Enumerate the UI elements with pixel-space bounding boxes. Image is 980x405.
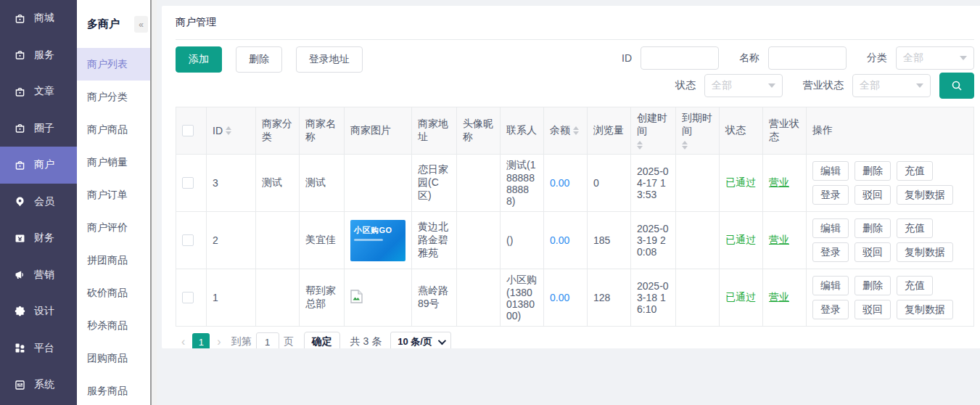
sidebar-item-marketing[interactable]: 营销 [0, 257, 77, 294]
sidebar-item-platform[interactable]: 平台 [0, 330, 77, 367]
menu-item-group-purchase-goods[interactable]: 团购商品 [77, 342, 150, 375]
sidebar-collapse-button[interactable]: « [134, 16, 148, 33]
add-button[interactable]: 添加 [176, 46, 222, 73]
recharge-button[interactable]: 充值 [897, 218, 933, 238]
sidebar-item-label: 财务 [34, 232, 54, 245]
sidebar-item-finance[interactable]: 财务 [0, 220, 77, 257]
sidebar-item-label: 会员 [34, 195, 54, 208]
merchant-banner-image: 小区购GO [350, 220, 405, 261]
prev-page-button[interactable]: ‹ [176, 335, 191, 348]
column-header-expires: 到期时间 [682, 112, 713, 138]
sidebar-item-system[interactable]: 系统 [0, 367, 77, 404]
page-number-button[interactable]: 1 [192, 333, 210, 348]
menu-item-flash-sale-goods[interactable]: 秒杀商品 [77, 309, 150, 342]
sidebar-item-article[interactable]: 文章 [0, 73, 77, 110]
copy-data-button[interactable]: 复制数据 [897, 242, 953, 262]
sidebar-item-service[interactable]: 服务 [0, 37, 77, 74]
login-address-button[interactable]: 登录地址 [296, 46, 363, 73]
sidebar-item-label: 商城 [34, 12, 54, 25]
login-button[interactable]: 登录 [812, 242, 849, 262]
login-button[interactable]: 登录 [812, 300, 849, 319]
chevron-down-icon [438, 337, 446, 345]
business-status-link[interactable]: 营业 [769, 176, 789, 188]
menu-item-merchant-orders[interactable]: 商户订单 [77, 179, 150, 211]
menu-item-label: 商户列表 [87, 58, 128, 71]
filter-business-status-select[interactable]: 全部 [852, 74, 931, 97]
row-checkbox[interactable] [182, 234, 194, 246]
search-icon [951, 80, 963, 91]
sort-created-control[interactable] [637, 141, 643, 150]
sidebar-item-label: 平台 [34, 342, 54, 355]
cell-expires [676, 155, 720, 212]
filter-category-label: 分类 [867, 52, 887, 65]
menu-item-merchant-reviews[interactable]: 商户评价 [77, 211, 150, 244]
business-status-link[interactable]: 营业 [769, 234, 789, 245]
page-size-select[interactable]: 10 条/页 [390, 332, 451, 348]
filter-id-input[interactable] [641, 46, 719, 70]
row-checkbox[interactable] [182, 292, 194, 303]
copy-data-button[interactable]: 复制数据 [897, 185, 953, 205]
login-button[interactable]: 登录 [812, 185, 849, 205]
system-settings-icon [14, 379, 26, 391]
balance-link[interactable]: 0.00 [550, 234, 569, 246]
sidebar-item-shop[interactable]: 商城 [0, 0, 77, 37]
delete-row-button[interactable]: 删除 [855, 161, 891, 181]
chevron-down-icon [960, 56, 967, 60]
delete-row-button[interactable]: 删除 [855, 276, 891, 295]
cell-name: 测试 [300, 155, 345, 212]
row-checkbox[interactable] [182, 177, 194, 189]
recharge-button[interactable]: 充值 [897, 161, 933, 181]
main-content: 商户管理 添加 删除 登录地址 ID 名称 分类 全部 [157, 0, 980, 405]
menu-item-label: 商户商品 [87, 123, 128, 136]
reject-button[interactable]: 驳回 [855, 185, 891, 205]
menu-item-merchant-goods[interactable]: 商户商品 [77, 113, 150, 146]
menu-item-group-buy-goods[interactable]: 拼团商品 [77, 244, 150, 277]
edit-button[interactable]: 编辑 [812, 161, 849, 181]
menu-item-merchant-sales[interactable]: 商户销量 [77, 146, 150, 179]
sidebar-item-label: 营销 [34, 269, 54, 282]
cell-avatar-nick [457, 269, 501, 327]
sort-balance-control[interactable] [573, 126, 579, 135]
sidebar-item-member[interactable]: 会员 [0, 184, 77, 221]
merchant-bag-icon [14, 159, 26, 171]
delete-button[interactable]: 删除 [236, 46, 282, 73]
sort-id-control[interactable] [226, 126, 231, 135]
reject-button[interactable]: 驳回 [855, 242, 891, 262]
filter-category-select[interactable]: 全部 [896, 46, 974, 70]
next-page-button[interactable]: › [211, 335, 226, 348]
menu-item-merchant-category[interactable]: 商户分类 [77, 81, 150, 113]
copy-data-button[interactable]: 复制数据 [897, 300, 953, 319]
column-header-address: 商家地址 [412, 107, 457, 155]
sidebar-scrollbar[interactable] [150, 0, 157, 405]
sidebar-item-label: 系统 [34, 378, 54, 391]
goto-page-input[interactable] [256, 332, 279, 348]
filter-status-select[interactable]: 全部 [704, 74, 783, 97]
sidebar-item-design[interactable]: 设计 [0, 293, 77, 330]
search-button[interactable] [939, 73, 974, 99]
delete-row-button[interactable]: 删除 [855, 218, 891, 238]
menu-item-service-goods[interactable]: 服务商品 [77, 375, 150, 405]
edit-button[interactable]: 编辑 [812, 218, 849, 238]
menu-item-label: 商户销量 [87, 156, 128, 169]
sidebar-item-merchant[interactable]: 商户 [0, 147, 77, 184]
broken-image-icon [350, 290, 363, 303]
reject-button[interactable]: 驳回 [855, 300, 891, 319]
goto-confirm-button[interactable]: 确定 [304, 332, 340, 348]
sidebar-item-label: 文章 [34, 85, 54, 98]
sidebar-item-label: 商户 [34, 158, 54, 171]
menu-item-bargain-goods[interactable]: 砍价商品 [77, 277, 150, 309]
column-header-id: ID [213, 125, 223, 136]
select-all-checkbox[interactable] [182, 125, 194, 136]
menu-item-merchant-list[interactable]: 商户列表 [77, 48, 150, 81]
business-status-link[interactable]: 营业 [769, 291, 789, 303]
cell-contact: 小区购(13800138000) [501, 269, 544, 327]
sidebar-item-circle[interactable]: 圈子 [0, 110, 77, 147]
merchant-management-card: 商户管理 添加 删除 登录地址 ID 名称 分类 全部 [162, 6, 980, 348]
cell-address: 恋日家园(C区) [412, 155, 457, 212]
balance-link[interactable]: 0.00 [550, 177, 569, 189]
edit-button[interactable]: 编辑 [812, 276, 849, 295]
filter-name-input[interactable] [768, 46, 847, 70]
balance-link[interactable]: 0.00 [550, 292, 569, 303]
recharge-button[interactable]: 充值 [897, 276, 933, 295]
sort-expires-control[interactable] [682, 141, 688, 150]
